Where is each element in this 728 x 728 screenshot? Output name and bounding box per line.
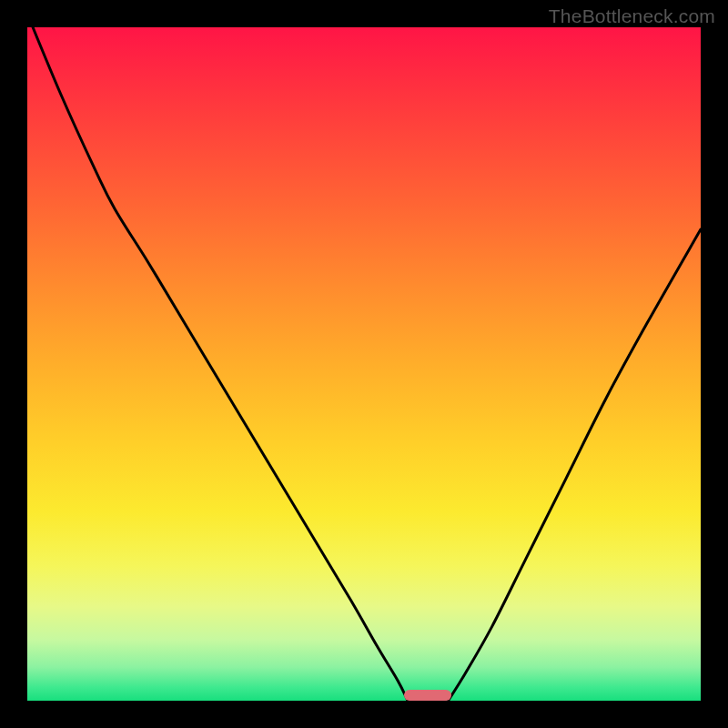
- optimal-marker: [404, 690, 451, 701]
- curve-right-branch: [449, 229, 702, 701]
- watermark-text: TheBottleneck.com: [549, 5, 715, 27]
- plot-area: [27, 27, 701, 701]
- bottleneck-curve: [27, 27, 701, 701]
- chart-frame: TheBottleneck.com: [0, 0, 728, 728]
- curve-left-branch: [27, 27, 408, 701]
